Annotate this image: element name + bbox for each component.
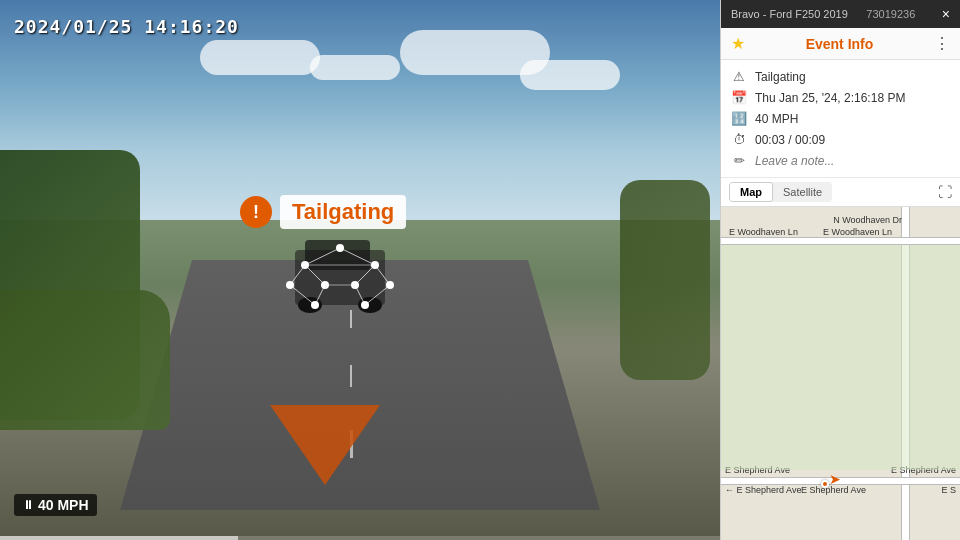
detail-row-speed: 🔢 40 MPH (731, 108, 950, 129)
road-dash (350, 365, 352, 387)
vehicle-detection-overlay (275, 230, 405, 320)
more-options-button[interactable]: ⋮ (934, 34, 950, 53)
event-info-bar: ★ Event Info ⋮ (721, 28, 960, 60)
map-section: Map Satellite ⛶ N Woodhaven Dr E Woodhav… (721, 178, 960, 540)
timestamp: 2024/01/25 14:16:20 (14, 16, 239, 37)
bushes-left (0, 290, 170, 430)
neural-net-svg (275, 230, 405, 325)
detail-speed: 40 MPH (755, 112, 798, 126)
tab-satellite[interactable]: Satellite (773, 182, 832, 202)
cloud (520, 60, 620, 90)
detail-event-type: Tailgating (755, 70, 806, 84)
map-label-woodhaven-dr: N Woodhaven Dr (833, 215, 902, 225)
map-label-woodhaven-ln-1: E Woodhaven Ln (729, 227, 798, 237)
panel-header: Bravo - Ford F250 2019 73019236 × (721, 0, 960, 28)
star-button[interactable]: ★ (731, 34, 745, 53)
event-label: Tailgating (280, 195, 406, 229)
warning-icon: ⚠ (731, 69, 747, 84)
detail-row-date: 📅 Thu Jan 25, '24, 2:16:18 PM (731, 87, 950, 108)
map-label-shepherd-4: E S (941, 485, 956, 495)
detail-duration: 00:03 / 00:09 (755, 133, 825, 147)
map-green-area (721, 245, 960, 470)
right-panel: Bravo - Ford F250 2019 73019236 × ★ Even… (720, 0, 960, 540)
alert-icon: ! (240, 196, 272, 228)
map-label-shepherd-arrow: ← E Shepherd Ave (725, 485, 801, 495)
event-id: 73019236 (866, 8, 915, 20)
progress-fill (0, 536, 238, 540)
speed-value: 40 MPH (38, 497, 89, 513)
map-road-woodhaven (721, 237, 960, 245)
detail-row-duration: ⏱ 00:03 / 00:09 (731, 129, 950, 150)
timer-icon: ⏱ (731, 132, 747, 147)
cloud (310, 55, 400, 80)
video-progress-bar[interactable] (0, 536, 720, 540)
direction-arrow (270, 405, 380, 485)
speed-icon-detail: 🔢 (731, 111, 747, 126)
detail-row-event: ⚠ Tailgating (731, 66, 950, 87)
speed-display: ⏸ 40 MPH (14, 494, 97, 516)
map-tab-group: Map Satellite (729, 182, 832, 202)
map-direction-arrow: ➤ (829, 471, 841, 487)
event-info-title: Event Info (745, 36, 934, 52)
map-location-marker (821, 480, 829, 488)
vehicle-name: Bravo - Ford F250 2019 (731, 8, 848, 20)
event-overlay: ! Tailgating (240, 195, 406, 229)
map-canvas[interactable]: N Woodhaven Dr E Woodhaven Ln E Woodhave… (721, 207, 960, 540)
speed-icon: ⏸ (22, 498, 34, 512)
edit-icon: ✏ (731, 153, 747, 168)
map-tabs: Map Satellite ⛶ (721, 178, 960, 207)
close-button[interactable]: × (942, 6, 950, 22)
calendar-icon: 📅 (731, 90, 747, 105)
cloud (200, 40, 320, 75)
map-label-woodhaven-ln-2: E Woodhaven Ln (823, 227, 892, 237)
expand-icon[interactable]: ⛶ (938, 184, 952, 200)
video-panel: 2024/01/25 14:16:20 ! Tailgating (0, 0, 720, 540)
event-details: ⚠ Tailgating 📅 Thu Jan 25, '24, 2:16:18 … (721, 60, 960, 178)
tab-map[interactable]: Map (729, 182, 773, 202)
detail-note[interactable]: Leave a note... (755, 154, 834, 168)
detail-date: Thu Jan 25, '24, 2:16:18 PM (755, 91, 905, 105)
detail-row-note[interactable]: ✏ Leave a note... (731, 150, 950, 171)
trees-right (620, 180, 710, 380)
